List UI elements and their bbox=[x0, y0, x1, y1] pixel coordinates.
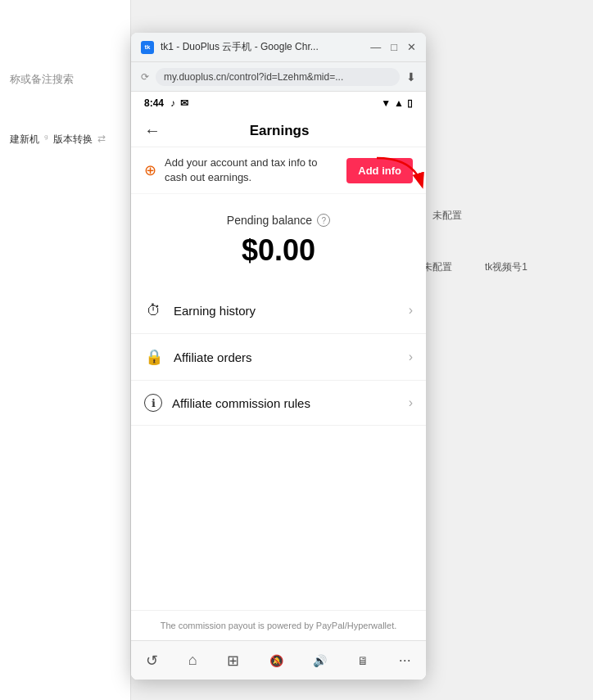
phone-content: 8:44 ♪ ✉ ▼ ▲ ▯ ← Earnings ⊕ Add your acc… bbox=[131, 92, 426, 680]
chevron-right-icon: › bbox=[409, 303, 413, 318]
commission-rules-label: Affiliate commission rules bbox=[172, 396, 399, 410]
signal-icon: ▲ bbox=[394, 97, 404, 109]
browser-tab-title: tk1 - DuoPlus 云手机 - Google Chr... bbox=[161, 40, 364, 54]
status-app-icons: ♪ ✉ bbox=[170, 97, 188, 109]
balance-label: Pending balance ? bbox=[144, 214, 413, 227]
warning-banner: ⊕ Add your account and tax info to cash … bbox=[131, 147, 426, 194]
balance-info-icon[interactable]: ? bbox=[317, 214, 330, 227]
chrome-addressbar: ⟳ my.duoplus.cn/control?id=Lzehm&mid=...… bbox=[131, 62, 426, 92]
back-nav-button[interactable]: ↺ bbox=[139, 645, 165, 676]
menu-item-earning-history[interactable]: ⏱ Earning history › bbox=[131, 287, 426, 334]
battery-icon: ▯ bbox=[407, 97, 413, 109]
more-nav-button[interactable]: ··· bbox=[392, 645, 418, 675]
browser-favicon: tk bbox=[141, 41, 154, 54]
home-nav-button[interactable]: ⌂ bbox=[182, 645, 204, 675]
footer-note: The commission payout is powered by PayP… bbox=[131, 610, 426, 640]
tiktok-icon: ♪ bbox=[170, 97, 175, 109]
back-button[interactable]: ← bbox=[144, 121, 161, 140]
row2-right-status: 未配置 tk视频号1 bbox=[423, 260, 527, 274]
version-convert-btn[interactable]: 版本转换 bbox=[53, 133, 93, 147]
balance-amount: $0.00 bbox=[144, 233, 413, 268]
warning-text: Add your account and tax info to cash ou… bbox=[165, 156, 338, 185]
grid-nav-button[interactable]: ⊞ bbox=[220, 645, 246, 676]
page-title: Earnings bbox=[170, 123, 388, 139]
mail-icon: ✉ bbox=[180, 97, 188, 109]
status-time: 8:44 bbox=[144, 97, 164, 109]
info-icon: ℹ bbox=[144, 394, 162, 412]
sidebar-button-row: 建新机 ᵍ 版本转换 ⇄ bbox=[0, 126, 130, 153]
affiliate-orders-label: Affiliate orders bbox=[174, 350, 399, 364]
download-icon[interactable]: ⬇ bbox=[406, 70, 416, 84]
chevron-right-icon-3: › bbox=[409, 395, 413, 410]
phone-status-bar: 8:44 ♪ ✉ ▼ ▲ ▯ bbox=[131, 92, 426, 115]
reload-icon[interactable]: ⟳ bbox=[141, 71, 149, 83]
close-button[interactable]: ✕ bbox=[407, 42, 416, 52]
chevron-right-icon-2: › bbox=[409, 350, 413, 364]
screen-nav-button[interactable]: 🖥 bbox=[351, 648, 375, 674]
bottom-nav: ↺ ⌂ ⊞ 🔕 🔊 🖥 ··· bbox=[131, 640, 426, 680]
menu-list: ⏱ Earning history › 🔒 Affiliate orders ›… bbox=[131, 281, 426, 610]
new-machine-btn[interactable]: 建新机 bbox=[10, 133, 39, 147]
row1-right-status: 未配置 bbox=[432, 209, 462, 223]
sidebar-search-hint: 称或备注搜索 bbox=[0, 65, 130, 93]
url-bar[interactable]: my.duoplus.cn/control?id=Lzehm&mid=... bbox=[156, 68, 400, 86]
clock-icon: ⏱ bbox=[144, 300, 164, 320]
maximize-button[interactable]: □ bbox=[391, 42, 397, 52]
app-header: ← Earnings bbox=[131, 115, 426, 147]
balance-section: Pending balance ? $0.00 bbox=[131, 194, 426, 281]
volume-nav-button[interactable]: 🔊 bbox=[306, 648, 333, 674]
window-controls: — □ ✕ bbox=[370, 42, 416, 52]
wifi-icon: ▼ bbox=[381, 97, 391, 109]
sidebar-panel: 称或备注搜索 建新机 ᵍ 版本转换 ⇄ bbox=[0, 0, 131, 700]
browser-window: tk tk1 - DuoPlus 云手机 - Google Chr... — □… bbox=[131, 33, 426, 680]
earning-history-label: Earning history bbox=[174, 304, 399, 318]
menu-item-commission-rules[interactable]: ℹ Affiliate commission rules › bbox=[131, 381, 426, 426]
chrome-titlebar: tk tk1 - DuoPlus 云手机 - Google Chr... — □… bbox=[131, 33, 426, 62]
warning-icon: ⊕ bbox=[144, 161, 156, 179]
menu-item-affiliate-orders[interactable]: 🔒 Affiliate orders › bbox=[131, 334, 426, 381]
lock-icon: 🔒 bbox=[144, 347, 164, 367]
mute-nav-button[interactable]: 🔕 bbox=[263, 648, 290, 674]
status-system-icons: ▼ ▲ ▯ bbox=[381, 97, 413, 109]
add-info-button[interactable]: Add info bbox=[346, 158, 413, 183]
minimize-button[interactable]: — bbox=[370, 42, 381, 52]
